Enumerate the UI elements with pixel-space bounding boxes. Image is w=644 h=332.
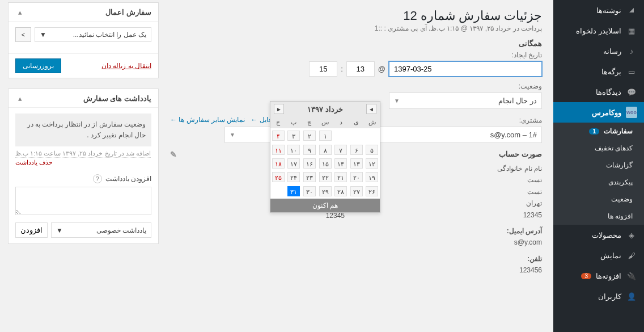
- dp-day-cell[interactable]: ۱۹: [364, 170, 380, 184]
- dp-day-cell: [349, 128, 365, 143]
- dp-day-cell[interactable]: ۱۴: [333, 157, 349, 170]
- page-title: جزئیات سفارش شماره 12: [170, 9, 542, 23]
- box-toggle-icon[interactable]: ▴: [15, 94, 24, 103]
- datepicker-prev[interactable]: ►: [274, 104, 284, 114]
- dp-day-cell[interactable]: ۲۲: [317, 170, 333, 184]
- dp-day-cell[interactable]: ۳: [286, 128, 302, 143]
- dp-day-cell[interactable]: ۲۰: [349, 170, 365, 184]
- brush-icon: 🖌: [626, 250, 637, 261]
- admin-sidebar: نوشته‌ها ▦اسلایدر دلخواه ♪رسانه ▭برگه‌ها…: [553, 0, 644, 332]
- dp-day-cell[interactable]: ۲۷: [349, 184, 365, 199]
- pin-icon: [626, 5, 637, 16]
- billing-email[interactable]: s@y.com: [514, 238, 542, 246]
- menu-plugins[interactable]: 🔌افزونه‌ها3: [553, 266, 644, 286]
- delete-note-link[interactable]: حذف یادداشت: [15, 159, 53, 166]
- dp-day-cell[interactable]: ۲۱: [333, 170, 349, 184]
- chevron-down-icon: ▼: [230, 132, 235, 138]
- status-label: وضعیت:: [170, 82, 542, 90]
- menu-label: نوشته‌ها: [596, 6, 621, 15]
- dp-day-cell[interactable]: ۲۳: [302, 170, 317, 184]
- menu-pages[interactable]: ▭برگه‌ها: [553, 61, 644, 82]
- menu-media[interactable]: ♪رسانه: [553, 41, 644, 61]
- dp-day-cell[interactable]: ۱۲: [364, 157, 380, 170]
- dp-day-cell[interactable]: ۱۸: [270, 157, 286, 170]
- edit-shipping-icon[interactable]: ✎: [170, 150, 177, 159]
- dp-dow-cell: ش: [364, 116, 380, 128]
- note-item: وضعیت سفارش از در انتظار پرداخت به در حا…: [15, 114, 151, 146]
- apply-action-button[interactable]: >: [15, 27, 31, 42]
- billing-line: تست: [367, 186, 542, 197]
- menu-slider[interactable]: ▦اسلایدر دلخواه: [553, 20, 644, 41]
- dp-day-cell[interactable]: ۲۵: [270, 170, 286, 184]
- dp-day-cell[interactable]: ۱۳: [349, 157, 365, 170]
- submenu-coupons[interactable]: کدهای تخفیف: [553, 140, 644, 157]
- dp-day-cell[interactable]: ۳۰: [302, 184, 317, 199]
- add-note-button[interactable]: افزودن: [15, 222, 48, 238]
- box-toggle-icon[interactable]: ▴: [15, 7, 24, 16]
- order-minute-input[interactable]: [309, 61, 337, 77]
- menu-woocommerce[interactable]: wooووکامرس: [553, 102, 644, 123]
- dp-day-cell[interactable]: ۲: [302, 128, 317, 143]
- trash-link[interactable]: انتقال به زباله دان: [101, 62, 151, 70]
- menu-label: رسانه: [603, 47, 621, 56]
- dp-day-cell[interactable]: ۲۸: [333, 184, 349, 199]
- dp-day-cell: [270, 184, 286, 199]
- update-button[interactable]: بروزرسانی: [15, 58, 61, 73]
- dp-dow-cell: پ: [286, 116, 302, 128]
- menu-appearance[interactable]: 🖌نمایش: [553, 245, 644, 266]
- other-orders-link[interactable]: نمایش سایر سفارش ها ←: [170, 116, 245, 124]
- datepicker-title: خرداد ۱۳۹۷: [307, 105, 343, 114]
- actions-select[interactable]: یک عمل را انتخاب نمائید... ▼: [35, 27, 151, 42]
- submenu-settings[interactable]: پیکربندی: [553, 174, 644, 191]
- dp-day-cell[interactable]: ۱۶: [302, 157, 317, 170]
- help-icon[interactable]: ?: [93, 174, 102, 183]
- notes-title: یادداشت های سفارش: [83, 94, 151, 103]
- menu-comments[interactable]: 💬دیدگاه‌ها: [553, 82, 644, 102]
- dp-day-cell[interactable]: ۳۱: [286, 184, 302, 199]
- dp-day-cell[interactable]: ۹: [302, 143, 317, 157]
- submenu-label: افزونه ها: [608, 212, 633, 220]
- phone-label: تلفن:: [367, 253, 542, 264]
- dp-day-cell[interactable]: ۲۹: [317, 184, 333, 199]
- dp-day-cell[interactable]: ۵: [364, 143, 380, 157]
- status-select[interactable]: در حال انجام ▼: [389, 93, 542, 109]
- actions-placeholder: یک عمل را انتخاب نمائید...: [73, 31, 146, 39]
- datepicker-next[interactable]: ◄: [366, 104, 376, 114]
- dp-day-cell[interactable]: ۱۱: [270, 143, 286, 157]
- dp-day-cell[interactable]: ۱۰: [286, 143, 302, 157]
- dp-day-cell[interactable]: ۸: [317, 143, 333, 157]
- page-icon: ▭: [626, 66, 637, 77]
- submenu-label: کدهای تخفیف: [595, 144, 633, 152]
- dp-day-cell[interactable]: ۷: [333, 143, 349, 157]
- plugin-icon: 🔌: [626, 270, 637, 281]
- menu-products[interactable]: ◈محصولات: [553, 225, 644, 245]
- users-icon: 👤: [626, 291, 637, 302]
- dp-day-cell[interactable]: ۱۷: [286, 157, 302, 170]
- dp-day-cell[interactable]: ۱۵: [317, 157, 333, 170]
- billing-phone[interactable]: 123456: [519, 266, 542, 274]
- product-icon: ◈: [626, 229, 637, 241]
- status-value: در حال انجام: [498, 96, 537, 105]
- dp-day-cell[interactable]: ۴: [270, 128, 286, 143]
- datepicker-now-button[interactable]: هم اکنون: [270, 199, 380, 212]
- plugins-badge: 3: [581, 273, 591, 279]
- note-textarea[interactable]: [15, 187, 151, 215]
- billing-line: تست: [367, 174, 542, 186]
- submenu-orders[interactable]: سفارشات1: [553, 123, 644, 140]
- dp-day-cell[interactable]: ۲۴: [286, 170, 302, 184]
- at-symbol: @: [378, 65, 385, 73]
- menu-posts[interactable]: نوشته‌ها: [553, 0, 644, 20]
- datepicker-grid: شیدسچپج ۱۲۳۴۵۶۷۸۹۱۰۱۱۱۲۱۳۱۴۱۵۱۶۱۷۱۸۱۹۲۰۲…: [270, 116, 380, 199]
- submenu-status[interactable]: وضعیت: [553, 191, 644, 208]
- dp-day-cell[interactable]: ۱: [317, 128, 333, 143]
- menu-users[interactable]: 👤کاربران: [553, 286, 644, 306]
- order-hour-input[interactable]: [346, 61, 375, 77]
- order-date-input[interactable]: [389, 61, 542, 77]
- billing-name-label: نام نام خانوادگی: [367, 163, 542, 174]
- submenu-reports[interactable]: گزارشات: [553, 157, 644, 174]
- dp-day-cell[interactable]: ۲۶: [364, 184, 380, 199]
- dp-day-cell[interactable]: ۶: [349, 143, 365, 157]
- note-type-select[interactable]: یادداشت خصوصی ▼: [51, 222, 151, 238]
- billing-heading: صورت حساب: [499, 150, 542, 158]
- submenu-addons[interactable]: افزونه ها: [553, 208, 644, 225]
